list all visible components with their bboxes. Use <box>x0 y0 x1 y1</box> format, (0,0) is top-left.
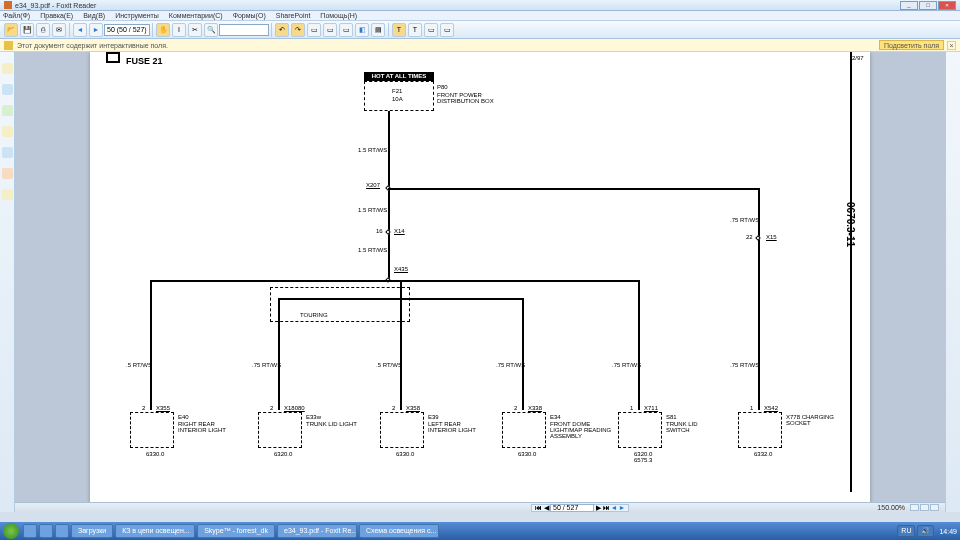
prev-page-icon[interactable]: ◄ <box>73 23 87 37</box>
task-item[interactable]: e34_93.pdf - Foxit Re... <box>277 524 357 538</box>
workspace: FUSE 21 2/97 0670.3-11 HOT AT ALL TIMES … <box>0 52 960 512</box>
conn-x15: X15 <box>766 234 777 240</box>
tool-icon[interactable]: ▭ <box>339 23 353 37</box>
menu-file[interactable]: Файл(Ф) <box>3 12 30 19</box>
panel-icon[interactable] <box>2 63 13 74</box>
info-icon <box>4 41 13 50</box>
prev-page-icon[interactable]: ◀ <box>542 504 550 512</box>
last-page-icon[interactable]: ⏭ <box>602 504 610 511</box>
tool-icon[interactable]: ▭ <box>323 23 337 37</box>
search-field[interactable] <box>219 24 269 36</box>
menu-bar: Файл(Ф) Правка(Е) Вид(В) Инструменты Ком… <box>0 11 960 21</box>
menu-help[interactable]: Помощь(Н) <box>320 12 357 19</box>
diagram-title: FUSE 21 <box>126 56 163 66</box>
tray-icon[interactable]: 🔊 <box>917 525 934 537</box>
panel-icon[interactable] <box>2 168 13 179</box>
snapshot-icon[interactable]: ✂ <box>188 23 202 37</box>
document-area[interactable]: FUSE 21 2/97 0670.3-11 HOT AT ALL TIMES … <box>15 52 945 512</box>
fuse-rating: 10A <box>392 96 403 102</box>
fuse-id: F21 <box>392 88 402 94</box>
tool-icon[interactable]: ◧ <box>355 23 369 37</box>
page-nav: ⏮ ◀ 50 / 527 ▶ ⏭ ◄ ► <box>531 504 629 512</box>
minimize-button[interactable]: _ <box>900 1 918 10</box>
conn-x14: X14 <box>394 228 405 234</box>
next-page-icon[interactable]: ▶ <box>594 504 602 512</box>
back-icon[interactable]: ◄ <box>610 504 618 511</box>
tool-icon[interactable]: ▭ <box>440 23 454 37</box>
view-mode-icon[interactable] <box>930 504 939 511</box>
first-page-icon[interactable]: ⏮ <box>534 504 542 511</box>
panel-icon[interactable] <box>2 105 13 116</box>
task-item[interactable]: КЗ в цепи освещен... <box>115 524 195 538</box>
zoom-level[interactable]: 150.00% <box>877 504 905 511</box>
tool-icon[interactable]: T <box>408 23 422 37</box>
fuse-desc: FRONT POWER DISTRIBUTION BOX <box>437 92 507 104</box>
page-field[interactable]: 50 / 527 <box>550 504 594 512</box>
tool-icon[interactable]: ▭ <box>307 23 321 37</box>
tool-icon[interactable]: ▤ <box>371 23 385 37</box>
save-icon[interactable]: 💾 <box>20 23 34 37</box>
menu-tools[interactable]: Инструменты <box>115 12 159 19</box>
quicklaunch-icon[interactable] <box>55 524 69 538</box>
tool-icon[interactable]: ↶ <box>275 23 289 37</box>
wire-label: 1.5 RT/WS <box>358 207 387 213</box>
form-notice-bar: Этот документ содержит интерактивные пол… <box>0 39 960 52</box>
lang-indicator[interactable]: RU <box>897 525 915 537</box>
tool-icon[interactable]: ▭ <box>424 23 438 37</box>
panel-icon[interactable] <box>2 126 13 137</box>
panel-icon[interactable] <box>2 84 13 95</box>
window-titlebar: e34_93.pdf - Foxit Reader _ □ × <box>0 0 960 11</box>
sidebar-left <box>0 52 15 512</box>
hand-tool-icon[interactable]: ✋ <box>156 23 170 37</box>
taskbar: Загрузки КЗ в цепи освещен... Skype™ - f… <box>0 522 960 540</box>
open-icon[interactable]: 📂 <box>4 23 18 37</box>
ref-top: 2/97 <box>852 55 864 61</box>
next-page-icon[interactable]: ► <box>89 23 103 37</box>
page-number-field[interactable]: 50 (50 / 527) <box>104 24 150 36</box>
panel-icon[interactable] <box>2 147 13 158</box>
panel-icon[interactable] <box>2 189 13 200</box>
task-item[interactable]: Загрузки <box>71 524 113 538</box>
ref-right: 0670.3-11 <box>845 202 856 247</box>
task-item[interactable]: Skype™ - forrest_dk <box>197 524 275 538</box>
quicklaunch-icon[interactable] <box>39 524 53 538</box>
email-icon[interactable]: ✉ <box>52 23 66 37</box>
menu-forms[interactable]: Формы(О) <box>233 12 266 19</box>
select-tool-icon[interactable]: I <box>172 23 186 37</box>
tool-icon[interactable]: ↷ <box>291 23 305 37</box>
close-button[interactable]: × <box>938 1 956 10</box>
search-icon[interactable]: 🔍 <box>204 23 218 37</box>
menu-comments[interactable]: Комментарии(С) <box>169 12 223 19</box>
wire-label: 1.5 RT/WS <box>358 247 387 253</box>
start-button[interactable] <box>3 523 19 539</box>
fuse-conn: P80 <box>437 84 448 90</box>
maximize-button[interactable]: □ <box>919 1 937 10</box>
toolbar: 📂 💾 ⎙ ✉ ◄ ► 50 (50 / 527) ✋ I ✂ 🔍 ↶ ↷ ▭ … <box>0 21 960 39</box>
app-icon <box>4 1 12 9</box>
close-notice-button[interactable]: × <box>947 41 956 50</box>
view-mode-icon[interactable] <box>920 504 929 511</box>
menu-sharepoint[interactable]: SharePoint <box>276 12 311 19</box>
highlight-fields-button[interactable]: Подсветить поля <box>879 40 944 50</box>
sidebar-right <box>945 52 960 512</box>
wire-label: .75 RT/WS <box>730 217 759 223</box>
wiring-diagram: FUSE 21 2/97 0670.3-11 HOT AT ALL TIMES … <box>90 52 870 512</box>
quicklaunch-icon[interactable] <box>23 524 37 538</box>
hot-header: HOT AT ALL TIMES <box>364 72 434 81</box>
status-bar: ⏮ ◀ 50 / 527 ▶ ⏭ ◄ ► 150.00% <box>15 502 945 512</box>
clock[interactable]: 14:49 <box>939 528 957 535</box>
view-mode-icon[interactable] <box>910 504 919 511</box>
conn-x207: X207 <box>366 182 380 188</box>
fwd-icon[interactable]: ► <box>618 504 626 511</box>
view-buttons <box>910 504 939 511</box>
menu-edit[interactable]: Правка(Е) <box>40 12 73 19</box>
task-item[interactable]: Схема освещения с... <box>359 524 439 538</box>
tool-icon[interactable]: T <box>392 23 406 37</box>
wire-label: 1.5 RT/WS <box>358 147 387 153</box>
menu-view[interactable]: Вид(В) <box>83 12 105 19</box>
pin-x14: 16 <box>376 228 383 234</box>
print-icon[interactable]: ⎙ <box>36 23 50 37</box>
pin-x15: 22 <box>746 234 753 240</box>
pdf-page: FUSE 21 2/97 0670.3-11 HOT AT ALL TIMES … <box>90 52 870 512</box>
title-icon <box>106 52 120 63</box>
